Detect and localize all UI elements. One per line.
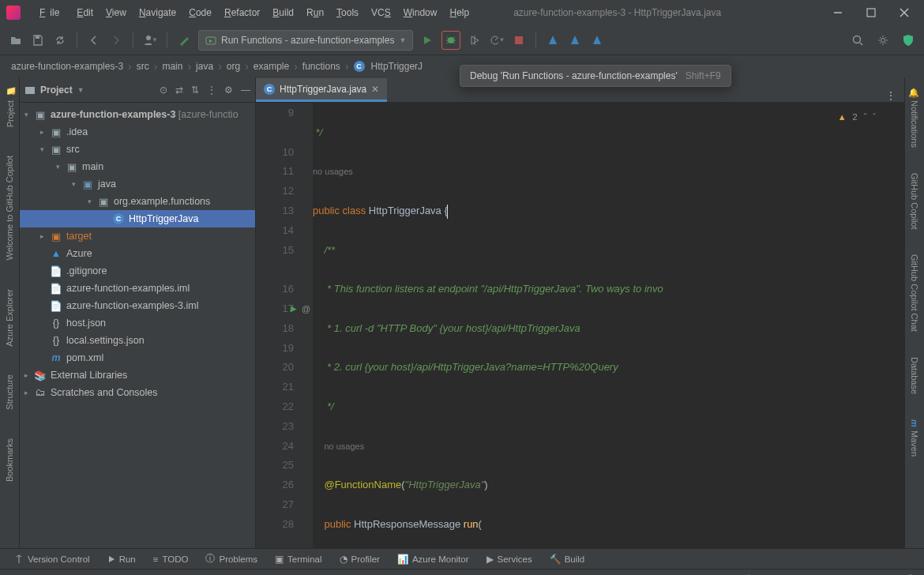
- tab-copilot-chat[interactable]: GitHub Copilot Chat: [908, 250, 921, 336]
- sync-icon[interactable]: [52, 32, 68, 48]
- tree-extlib[interactable]: ▸📚External Libraries: [20, 366, 255, 384]
- menu-edit[interactable]: Edit: [72, 4, 98, 21]
- main-menu: File Edit View Navigate Code Refactor Bu…: [35, 4, 474, 21]
- menu-run[interactable]: Run: [302, 4, 329, 21]
- tab-copilot-welcome[interactable]: Welcome to GitHub Copilot: [3, 151, 16, 265]
- tab-maven[interactable]: mMaven: [908, 415, 921, 461]
- collapse-icon[interactable]: ⇅: [191, 85, 199, 96]
- bt-profiler[interactable]: ◔Profiler: [333, 551, 386, 567]
- back-icon[interactable]: [86, 32, 102, 48]
- bt-run[interactable]: Run: [101, 552, 142, 566]
- forward-icon[interactable]: [108, 32, 124, 48]
- bc-org[interactable]: org: [223, 59, 243, 73]
- bt-services[interactable]: ▶Services: [480, 551, 539, 567]
- maximize-button[interactable]: [866, 7, 877, 18]
- inspection-widget[interactable]: ▲2 ˆ ˇ: [838, 107, 876, 127]
- bt-terminal[interactable]: ▣Terminal: [269, 551, 328, 567]
- menu-refactor[interactable]: Refactor: [220, 4, 265, 21]
- close-button[interactable]: [899, 7, 910, 18]
- menu-help[interactable]: Help: [445, 4, 474, 21]
- tree-localsettings[interactable]: {}local.settings.json: [20, 332, 255, 349]
- tab-notifications[interactable]: 🔔Notifications: [908, 82, 922, 152]
- tree-scratch[interactable]: ▸🗂Scratches and Consoles: [20, 384, 255, 401]
- stop-icon[interactable]: [511, 32, 527, 48]
- tree-gitignore[interactable]: 📄.gitignore: [20, 262, 255, 280]
- profile-icon[interactable]: ▼: [489, 32, 505, 48]
- bc-java[interactable]: java: [193, 59, 216, 73]
- tree-package[interactable]: ▾▣org.example.functions: [20, 193, 255, 210]
- prev-highlight-icon[interactable]: ˆ: [864, 107, 867, 127]
- bc-functions[interactable]: functions: [299, 59, 344, 73]
- debug-button[interactable]: [441, 31, 460, 50]
- bt-todo[interactable]: ≡TODO: [147, 552, 195, 566]
- shield-icon[interactable]: [900, 32, 916, 48]
- hide-icon[interactable]: ⋮: [207, 85, 216, 96]
- tree-azure[interactable]: ▲Azure: [20, 245, 255, 262]
- menu-code[interactable]: Code: [184, 4, 216, 21]
- tab-bookmarks[interactable]: Bookmarks: [3, 434, 16, 487]
- run-gutter-icon[interactable]: ▶: [291, 299, 297, 319]
- gear-icon[interactable]: ⚙: [224, 85, 233, 96]
- save-icon[interactable]: [30, 32, 46, 48]
- select-opened-icon[interactable]: ⊙: [160, 85, 167, 96]
- tab-structure[interactable]: Structure: [3, 370, 16, 415]
- azure-icon-3[interactable]: [589, 32, 605, 48]
- tab-project[interactable]: Project📁: [3, 82, 17, 132]
- tab-database[interactable]: Database: [908, 352, 921, 399]
- bc-main[interactable]: main: [159, 59, 186, 73]
- avatar-icon[interactable]: ▼: [142, 32, 158, 48]
- bc-src[interactable]: src: [133, 59, 152, 73]
- bt-version-control[interactable]: Version Control: [8, 552, 96, 566]
- tab-copilot[interactable]: GitHub Copilot: [908, 168, 921, 235]
- gear-icon[interactable]: [875, 32, 891, 48]
- tree-src[interactable]: ▾▣src: [20, 141, 255, 158]
- tree-class-selected[interactable]: CHttpTriggerJava: [20, 210, 255, 227]
- azure-icon-1[interactable]: [545, 32, 561, 48]
- menu-file[interactable]: File: [35, 4, 69, 21]
- run-configuration-selector[interactable]: Run Functions - azure-function-examples …: [198, 30, 413, 51]
- tree-idea[interactable]: ▸▣.idea: [20, 123, 255, 141]
- gutter[interactable]: 9 10 11 12 13 14 15 16 17▶@ 18 19 20 21 …: [256, 103, 313, 548]
- tree-hostjson[interactable]: {}host.json: [20, 314, 255, 332]
- close-tab-icon[interactable]: ✕: [371, 84, 379, 95]
- warning-icon: ▲: [838, 107, 847, 127]
- minimize-button[interactable]: [832, 7, 843, 18]
- tab-httptriggerjava[interactable]: C HttpTriggerJava.java ✕: [256, 78, 387, 102]
- bt-problems[interactable]: ⓘProblems: [199, 551, 264, 567]
- hammer-icon[interactable]: [176, 32, 192, 48]
- tree-main[interactable]: ▾▣main: [20, 158, 255, 175]
- menu-vcs[interactable]: VCS: [366, 4, 396, 21]
- project-header-label[interactable]: Project: [40, 85, 73, 96]
- bc-root[interactable]: azure-function-examples-3: [8, 59, 126, 73]
- code-area[interactable]: ▲2 ˆ ˇ 9 10 11 12 13 14 15 16 17▶@ 18 19…: [256, 103, 904, 548]
- bc-class[interactable]: HttpTriggerJ: [368, 59, 426, 73]
- bc-example[interactable]: example: [250, 59, 292, 73]
- menu-view[interactable]: View: [101, 4, 131, 21]
- run-icon[interactable]: [419, 32, 435, 48]
- menu-navigate[interactable]: Navigate: [134, 4, 181, 21]
- menu-build[interactable]: Build: [268, 4, 299, 21]
- tree-pom[interactable]: mpom.xml: [20, 349, 255, 366]
- window-title: azure-function-examples-3 - HttpTriggerJ…: [474, 7, 832, 18]
- tree-iml1[interactable]: 📄azure-function-examples.iml: [20, 280, 255, 297]
- menu-window[interactable]: Window: [399, 4, 442, 21]
- main-area: Project📁 Welcome to GitHub Copilot Azure…: [0, 77, 924, 548]
- azure-icon-2[interactable]: [567, 32, 583, 48]
- next-highlight-icon[interactable]: ˇ: [873, 107, 876, 127]
- chevron-down-icon[interactable]: ▼: [77, 86, 85, 94]
- minimize-panel-icon[interactable]: —: [241, 85, 250, 96]
- code-content[interactable]: */ no usages public class HttpTriggerJav…: [313, 103, 904, 548]
- tabs-menu-icon[interactable]: ⋮: [877, 89, 904, 102]
- tree-java[interactable]: ▾▣java: [20, 175, 255, 193]
- search-icon[interactable]: [850, 32, 866, 48]
- open-icon[interactable]: [8, 32, 24, 48]
- tree-target[interactable]: ▸▣target: [20, 227, 255, 245]
- tree-root[interactable]: ▾▣azure-function-examples-3 [azure-funct…: [20, 106, 255, 123]
- bt-azure-monitor[interactable]: 📊Azure Monitor: [391, 551, 475, 567]
- bt-build[interactable]: 🔨Build: [543, 551, 592, 567]
- tab-azure-explorer[interactable]: Azure Explorer: [3, 284, 16, 351]
- menu-tools[interactable]: Tools: [332, 4, 363, 21]
- expand-icon[interactable]: ⇄: [175, 85, 183, 96]
- coverage-icon[interactable]: [467, 32, 483, 48]
- tree-iml2[interactable]: 📄azure-function-examples-3.iml: [20, 297, 255, 314]
